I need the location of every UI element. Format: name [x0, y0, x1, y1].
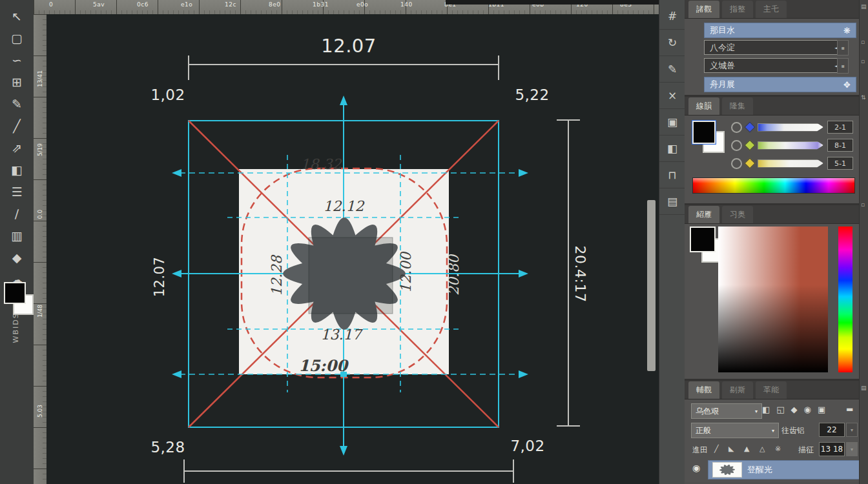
gradient-value-2[interactable]: 8-1 [827, 139, 853, 152]
tool-slice[interactable]: ∕ [0, 203, 34, 225]
gradient-value-1[interactable]: 2-1 [827, 121, 853, 134]
gradient-row-1: 2-1 [731, 121, 853, 134]
gradient-track-1[interactable] [758, 123, 823, 132]
fill-icon: ◧ [667, 142, 677, 155]
toolbar-vertical-label: WBIDS [12, 305, 20, 343]
tab-layers-3[interactable]: 革能 [756, 381, 787, 399]
dock-dot-icon[interactable]: ▫ [861, 39, 865, 45]
gradient-handle-3[interactable] [745, 158, 756, 169]
layers-button[interactable]: ▤ [659, 188, 685, 215]
fill-value[interactable]: 13 18 [819, 442, 845, 456]
lock-icon[interactable]: ◉ [804, 405, 811, 414]
tool-marquee[interactable]: ▢ [0, 27, 34, 49]
adjustment-row-4[interactable]: 舟月展 ✥ [704, 77, 856, 92]
gradient-handle-2[interactable] [745, 140, 756, 151]
picker-foreground-swatch[interactable] [690, 227, 716, 252]
width-dimension-label: 12.07 [297, 35, 400, 57]
rotate-icon: ↻ [668, 36, 677, 49]
fill-stepper[interactable]: ▾ [846, 442, 858, 456]
blend-style-select[interactable]: 乌色艰 ▾ [691, 403, 762, 419]
adjustments-tabbar: 諸觀 指整 主乇 [685, 0, 859, 19]
align-icon: ☰ [11, 185, 22, 199]
tool-crop[interactable]: ⊞ [0, 71, 34, 93]
panel-dock-strip: # ↻ ✎ × ▣ ◧ ⊓ ▤ [659, 0, 685, 484]
tool-gradient[interactable]: ◧ [0, 159, 34, 181]
fx-icon[interactable]: ◆ [791, 405, 798, 414]
gradient-foreground-swatch[interactable] [692, 121, 716, 144]
panel-menu-icon[interactable]: ▬ [846, 405, 853, 414]
dock-menu-icon[interactable]: ▤ [861, 385, 867, 391]
adjustment-select-1[interactable]: 八今淀 ◄ [704, 40, 845, 55]
canvas-scrollbar[interactable] [647, 200, 656, 371]
tab-adjustments-3[interactable]: 主乇 [756, 1, 787, 18]
adjustment-side-button-1[interactable]: ▪ [837, 40, 849, 55]
tool-palette: ↖ ▢ ∽ ⊞ ✎ ╱ ⇗ ◧ ☰ ∕ ▥ ◆ ☁ WBIDS [0, 0, 34, 484]
tab-gradients-1[interactable]: 線韻 [688, 97, 719, 115]
adjustment-select-2[interactable]: 义城兽 ◄ [704, 58, 845, 73]
tool-pencil[interactable]: ✎ [0, 93, 34, 115]
color-picker-panel: 紹雁 习奥 [685, 205, 859, 379]
gradient-handle-1[interactable] [745, 122, 756, 133]
tool-align[interactable]: ☰ [0, 181, 34, 203]
grid-button[interactable]: # [659, 3, 685, 30]
gradient-radio-2[interactable] [731, 140, 742, 151]
gradient-track-2[interactable] [758, 141, 823, 150]
gradient-track-3[interactable] [758, 159, 823, 168]
dock-dot-icon[interactable]: ▫ [861, 201, 865, 208]
layer-thumbnail [712, 462, 742, 478]
dock-arrows-icon[interactable]: ⇅ [861, 94, 866, 101]
visibility-eye-icon[interactable]: ◉ [692, 463, 700, 473]
collapse-panels-icon[interactable]: ▤ [861, 3, 867, 10]
inner-bottom-label: 15:00 [291, 356, 355, 375]
link-icon[interactable]: ▣ [818, 405, 825, 414]
tab-adjustments-2[interactable]: 指整 [722, 1, 753, 18]
tab-layers-1[interactable]: 輔觀 [688, 381, 719, 399]
document-canvas[interactable]: 12.07 1,02 5,22 5,28 7,02 12.07 20.4:17 … [46, 14, 659, 484]
add-adjustment-icon[interactable]: ◧ [762, 405, 770, 414]
opacity-value[interactable]: 22 [819, 423, 845, 437]
mask-icon[interactable]: ◱ [776, 405, 784, 414]
tool-move[interactable]: ↖ [0, 5, 34, 27]
ruler-tick-label: e1o [178, 1, 222, 10]
blend-mode-select[interactable]: 正般 ▾ [691, 423, 779, 438]
tool-arrow[interactable]: ⇗ [0, 137, 34, 159]
dock-dot-icon[interactable]: ▫ [861, 58, 865, 65]
gradient-row-2: 8-1 [731, 139, 853, 152]
inner-square [309, 237, 393, 314]
gradient-radio-3[interactable] [731, 158, 742, 169]
spectrum-bar[interactable] [692, 177, 855, 194]
tab-color-1[interactable]: 紹雁 [688, 206, 719, 223]
hue-slider[interactable] [838, 227, 852, 372]
tab-strip-remnant [446, 0, 659, 5]
opacity-stepper[interactable]: ▾ [846, 423, 858, 437]
lock-icons-row[interactable]: ╱ ◣ ▲ △ ※ [714, 445, 785, 453]
export-button[interactable]: ▣ [659, 109, 685, 136]
pattern-icon: ▥ [11, 228, 23, 243]
adjustment-row-1[interactable]: 那目水 ❋ [704, 23, 856, 38]
tool-line[interactable]: ╱ [0, 115, 34, 137]
fill-button[interactable]: ◧ [659, 136, 685, 162]
foreground-color-swatch[interactable] [4, 282, 26, 304]
gradient-value-3[interactable]: 5-1 [827, 157, 853, 170]
tool-shape[interactable]: ◆ [0, 247, 34, 268]
tool-pattern[interactable]: ▥ [0, 225, 34, 247]
close-button[interactable]: × [659, 83, 685, 109]
clamp-button[interactable]: ⊓ [659, 162, 685, 188]
tab-color-2[interactable]: 习奥 [722, 206, 753, 223]
rotate-button[interactable]: ↻ [659, 30, 685, 56]
vertical-ruler[interactable]: 13/41 5/19 0.0 1/48 5.03 [34, 14, 46, 484]
adjustment-row-1-label: 那目水 [710, 25, 735, 36]
tab-adjustments-1[interactable]: 諸觀 [688, 1, 719, 18]
saturation-value-field[interactable] [718, 227, 828, 372]
layer-row-selected[interactable]: 登醒光 ◈ [708, 460, 868, 479]
brush-button[interactable]: ✎ [659, 56, 685, 83]
tool-lasso[interactable]: ∽ [0, 49, 34, 71]
tab-gradients-2[interactable]: 隆集 [722, 97, 753, 115]
asterisk-icon: ❋ [843, 26, 851, 35]
gradient-row-3: 5-1 [731, 157, 853, 170]
inner-upper-label: 12.12 [311, 198, 376, 214]
brush-icon: ✎ [668, 63, 677, 76]
tab-layers-2[interactable]: 剔斯 [722, 381, 753, 399]
adjustment-side-button-2[interactable]: ▪ [837, 58, 849, 74]
gradient-radio-1[interactable] [731, 122, 742, 133]
